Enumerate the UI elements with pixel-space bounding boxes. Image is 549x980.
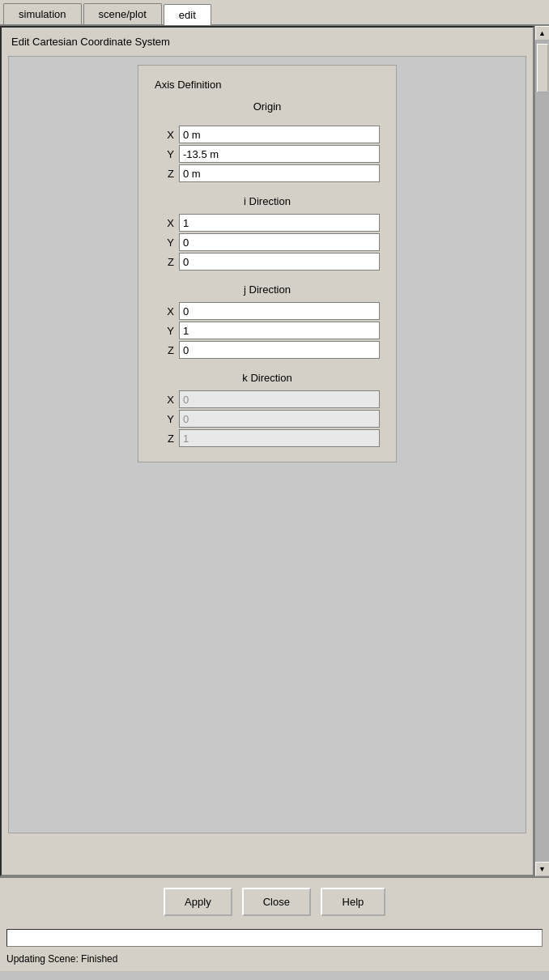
status-input-row bbox=[0, 926, 549, 950]
origin-x-label: X bbox=[155, 129, 174, 141]
k-x-label: X bbox=[155, 394, 174, 406]
origin-z-input[interactable] bbox=[179, 164, 380, 182]
scroll-area: Axis Definition Origin X Y Z i Direction bbox=[8, 56, 526, 833]
edit-panel: Edit Cartesian Coordinate System Axis De… bbox=[0, 26, 534, 876]
i-direction-title: i Direction bbox=[155, 195, 380, 207]
axis-definition-box: Axis Definition Origin X Y Z i Direction bbox=[138, 65, 397, 462]
scroll-up-button[interactable]: ▲ bbox=[535, 26, 550, 40]
j-x-row: X bbox=[155, 302, 380, 320]
scroll-thumb[interactable] bbox=[537, 44, 548, 92]
j-x-input[interactable] bbox=[179, 302, 380, 320]
k-y-label: Y bbox=[155, 413, 174, 425]
i-y-label: Y bbox=[155, 236, 174, 249]
origin-y-label: Y bbox=[155, 148, 174, 160]
panel-title: Edit Cartesian Coordinate System bbox=[8, 34, 526, 49]
i-x-input[interactable] bbox=[179, 214, 380, 232]
i-z-row: Z bbox=[155, 253, 380, 271]
origin-title: Origin bbox=[155, 100, 380, 113]
axis-definition-legend: Axis Definition bbox=[155, 79, 380, 91]
j-z-input[interactable] bbox=[179, 341, 380, 359]
button-row: Apply Close Help bbox=[0, 878, 549, 926]
i-y-row: Y bbox=[155, 233, 380, 251]
k-direction-title: k Direction bbox=[155, 372, 380, 384]
vertical-scrollbar[interactable]: ▲ ▼ bbox=[534, 26, 549, 876]
k-y-input bbox=[179, 410, 380, 428]
scroll-track[interactable] bbox=[535, 40, 549, 862]
tab-scene-plot[interactable]: scene/plot bbox=[83, 3, 162, 24]
i-x-row: X bbox=[155, 214, 380, 232]
j-z-row: Z bbox=[155, 341, 380, 359]
i-z-label: Z bbox=[155, 256, 174, 268]
k-z-input bbox=[179, 429, 380, 447]
k-z-label: Z bbox=[155, 432, 174, 445]
origin-z-label: Z bbox=[155, 168, 174, 180]
tab-bar: simulation scene/plot edit bbox=[0, 0, 549, 26]
j-y-row: Y bbox=[155, 322, 380, 339]
status-bar: Updating Scene: Finished bbox=[0, 950, 549, 971]
status-input[interactable] bbox=[6, 929, 543, 947]
i-x-label: X bbox=[155, 217, 174, 229]
k-x-row: X bbox=[155, 390, 380, 408]
k-z-row: Z bbox=[155, 429, 380, 447]
tab-simulation[interactable]: simulation bbox=[3, 3, 82, 24]
i-z-input[interactable] bbox=[179, 253, 380, 271]
tab-edit[interactable]: edit bbox=[164, 4, 211, 25]
origin-x-row: X bbox=[155, 126, 380, 143]
origin-z-row: Z bbox=[155, 164, 380, 182]
j-z-label: Z bbox=[155, 344, 174, 356]
apply-button[interactable]: Apply bbox=[164, 888, 232, 916]
scroll-down-button[interactable]: ▼ bbox=[535, 862, 550, 876]
i-y-input[interactable] bbox=[179, 233, 380, 251]
k-x-input bbox=[179, 390, 380, 408]
k-y-row: Y bbox=[155, 410, 380, 428]
origin-x-input[interactable] bbox=[179, 126, 380, 143]
origin-y-input[interactable] bbox=[179, 145, 380, 163]
help-button[interactable]: Help bbox=[321, 888, 385, 916]
j-x-label: X bbox=[155, 305, 174, 317]
origin-y-row: Y bbox=[155, 145, 380, 163]
j-y-label: Y bbox=[155, 325, 174, 337]
j-direction-title: j Direction bbox=[155, 283, 380, 296]
j-y-input[interactable] bbox=[179, 322, 380, 339]
close-button[interactable]: Close bbox=[242, 888, 311, 916]
bottom-area: Apply Close Help Updating Scene: Finishe… bbox=[0, 876, 549, 971]
